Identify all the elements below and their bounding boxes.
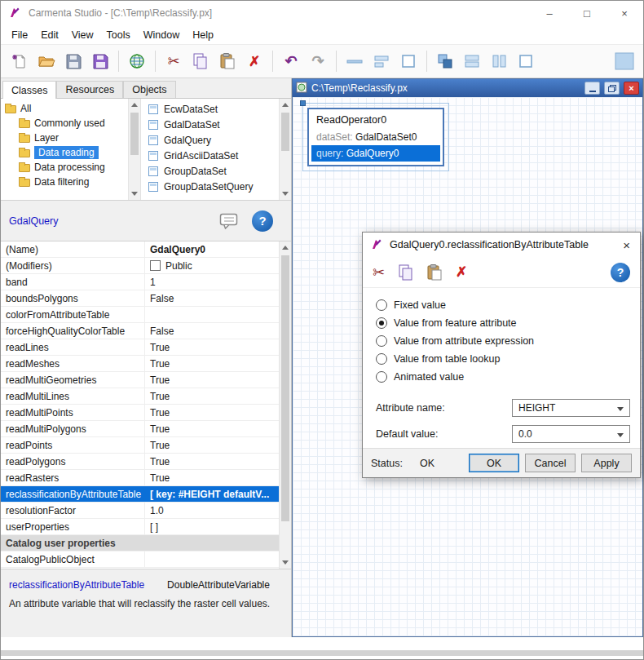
node-selection-handle[interactable] bbox=[300, 100, 306, 106]
tab-resources[interactable]: Resources bbox=[56, 81, 123, 98]
property-row[interactable]: boundsPolygonsFalse bbox=[1, 290, 279, 307]
document-titlebar[interactable]: C:\Temp\Reclassify.px × bbox=[293, 79, 642, 97]
dialog-titlebar[interactable]: GdalQuery0.reclassificationByAttributeTa… bbox=[363, 233, 640, 257]
property-row[interactable]: readMultiPolygonsTrue bbox=[1, 421, 279, 437]
public-checkbox[interactable] bbox=[150, 260, 161, 271]
tab-objects[interactable]: Objects bbox=[123, 81, 175, 98]
property-row[interactable]: (Name)GdalQuery0 bbox=[1, 241, 279, 258]
scrollbar-thumb[interactable] bbox=[130, 113, 139, 155]
scroll-up-arrow[interactable] bbox=[280, 241, 291, 254]
document-minimize-button[interactable] bbox=[584, 82, 600, 95]
class-item-gridasciidataset[interactable]: GridAsciiDataSet bbox=[141, 148, 291, 163]
open-file-button[interactable] bbox=[34, 49, 59, 73]
class-list-scrollbar[interactable] bbox=[279, 99, 291, 200]
tree-item-data-reading[interactable]: Data reading bbox=[1, 145, 140, 160]
property-row[interactable]: readLinesTrue bbox=[1, 339, 279, 356]
class-item-ecwdataset[interactable]: EcwDataSet bbox=[141, 101, 291, 117]
tree-item-data-filtering[interactable]: Data filtering bbox=[1, 175, 140, 189]
radio-fixed-value[interactable]: Fixed value bbox=[376, 296, 640, 314]
cancel-button[interactable]: Cancel bbox=[525, 454, 576, 472]
paste-button[interactable] bbox=[215, 49, 240, 73]
tree-item-all[interactable]: All bbox=[1, 101, 140, 116]
maximize-button[interactable]: □ bbox=[568, 1, 606, 25]
radio-value-from-feature-attribute[interactable]: Value from feature attribute bbox=[376, 314, 640, 332]
copy-button[interactable] bbox=[399, 264, 413, 281]
tab-classes[interactable]: Classes bbox=[2, 81, 56, 99]
bring-to-front-button[interactable] bbox=[433, 49, 457, 73]
split-rows-button[interactable] bbox=[460, 49, 484, 73]
dialog-help-button[interactable]: ? bbox=[611, 263, 630, 282]
cut-button[interactable]: ✂ bbox=[373, 265, 385, 280]
scrollbar-thumb[interactable] bbox=[281, 255, 289, 521]
copy-button[interactable] bbox=[188, 49, 213, 73]
menu-view[interactable]: View bbox=[65, 29, 100, 41]
document-close-button[interactable]: × bbox=[624, 82, 639, 95]
save-all-button[interactable] bbox=[88, 49, 112, 73]
property-row[interactable]: readRastersTrue bbox=[1, 470, 279, 486]
align-line-button[interactable] bbox=[342, 49, 367, 73]
tree-item-data-processing[interactable]: Data processing bbox=[1, 160, 140, 175]
property-row[interactable]: readPointsTrue bbox=[1, 437, 279, 454]
class-item-groupdatasetquery[interactable]: GroupDataSetQuery bbox=[141, 179, 291, 194]
class-item-gdalquery[interactable]: GdalQuery bbox=[141, 132, 291, 148]
scroll-up-arrow[interactable] bbox=[129, 99, 140, 111]
class-item-gdaldataset[interactable]: GdalDataSet bbox=[141, 117, 291, 132]
cut-button[interactable]: ✂ bbox=[161, 49, 186, 73]
color-swatch-button[interactable] bbox=[612, 49, 637, 73]
radio-value-from-table-lookup[interactable]: Value from table lookup bbox=[376, 350, 640, 368]
scroll-down-arrow[interactable] bbox=[280, 188, 291, 200]
align-box-button[interactable] bbox=[396, 49, 421, 73]
scroll-up-arrow[interactable] bbox=[280, 99, 291, 111]
minimize-button[interactable]: – bbox=[531, 1, 568, 25]
globe-button[interactable] bbox=[125, 49, 149, 73]
read-operator-node[interactable]: ReadOperator0 dataSet: GdalDataSet0 quer… bbox=[307, 108, 444, 166]
paste-button[interactable] bbox=[427, 264, 442, 281]
tree-scrollbar[interactable] bbox=[128, 99, 140, 200]
property-row[interactable]: band1 bbox=[1, 274, 279, 290]
class-item-groupdataset[interactable]: GroupDataSet bbox=[141, 163, 291, 179]
ok-button[interactable]: OK bbox=[469, 454, 519, 472]
document-restore-button[interactable] bbox=[604, 82, 620, 95]
property-row[interactable]: colorFromAttributeTable bbox=[1, 307, 279, 323]
menu-help[interactable]: Help bbox=[186, 29, 220, 41]
attribute-name-combobox[interactable]: HEIGHT bbox=[512, 399, 630, 417]
titlebar[interactable]: Carmenta Studio - [C:\Temp\Reclassify.px… bbox=[1, 1, 643, 25]
property-row[interactable]: CatalogPublicObject bbox=[1, 551, 279, 568]
tree-item-commonly-used[interactable]: Commonly used bbox=[1, 116, 140, 131]
delete-button[interactable]: ✗ bbox=[456, 265, 467, 279]
menu-tools[interactable]: Tools bbox=[100, 29, 137, 41]
help-button[interactable]: ? bbox=[252, 210, 273, 232]
radio-value-from-attribute-expression[interactable]: Value from attribute expression bbox=[376, 332, 640, 350]
align-edges-button[interactable] bbox=[369, 49, 394, 73]
dialog-close-button[interactable]: × bbox=[620, 238, 633, 252]
redo-button[interactable]: ↷ bbox=[306, 49, 330, 73]
property-row[interactable]: readMultiPointsTrue bbox=[1, 405, 279, 421]
node-query-row[interactable]: query: GdalQuery0 bbox=[311, 145, 440, 162]
scroll-down-arrow[interactable] bbox=[280, 556, 291, 569]
apply-button[interactable]: Apply bbox=[581, 454, 632, 472]
radio-animated-value[interactable]: Animated value bbox=[376, 368, 640, 386]
property-row-selected[interactable]: reclassificationByAttributeTable[ key: #… bbox=[1, 486, 279, 503]
save-button[interactable] bbox=[61, 49, 86, 73]
scroll-down-arrow[interactable] bbox=[129, 188, 140, 200]
menu-file[interactable]: File bbox=[5, 29, 34, 41]
property-row[interactable]: readMultiLinesTrue bbox=[1, 388, 279, 405]
property-row[interactable]: (Modifiers)Public bbox=[1, 258, 279, 274]
property-row[interactable]: readMeshesTrue bbox=[1, 356, 279, 372]
property-row[interactable]: resolutionFactor1.0 bbox=[1, 503, 279, 519]
selected-class-link[interactable]: GdalQuery bbox=[9, 215, 58, 227]
menu-edit[interactable]: Edit bbox=[34, 29, 65, 41]
split-columns-button[interactable] bbox=[487, 49, 511, 73]
property-row[interactable]: readMultiGeometriesTrue bbox=[1, 372, 279, 388]
tree-item-layer[interactable]: Layer bbox=[1, 131, 140, 145]
close-button[interactable]: × bbox=[606, 1, 643, 25]
undo-button[interactable]: ↶ bbox=[279, 49, 303, 73]
default-value-combobox[interactable]: 0.0 bbox=[512, 425, 630, 443]
scrollbar-thumb[interactable] bbox=[281, 113, 289, 151]
property-row[interactable]: userProperties[ ] bbox=[1, 519, 279, 535]
property-row[interactable]: forceHighQualityColorTableFalse bbox=[1, 323, 279, 339]
new-file-button[interactable] bbox=[7, 49, 32, 73]
menu-window[interactable]: Window bbox=[137, 29, 186, 41]
description-property-name[interactable]: reclassificationByAttributeTable bbox=[9, 579, 144, 591]
property-grid-scrollbar[interactable] bbox=[279, 241, 291, 569]
